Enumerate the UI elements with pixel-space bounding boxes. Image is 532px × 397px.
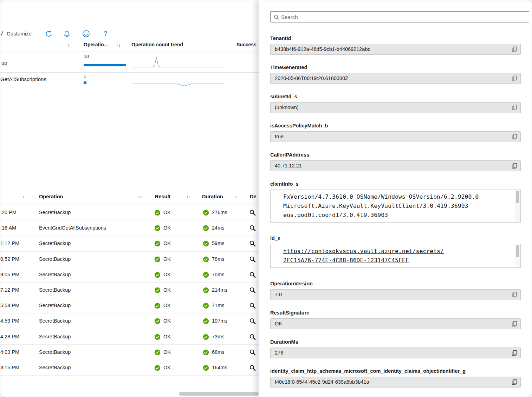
search-box[interactable] (270, 11, 529, 22)
field-value-box: 40.71.12.21 (270, 160, 521, 171)
sort-toggle[interactable]: ↑↓ (117, 43, 120, 48)
duration-ok-icon (203, 287, 209, 293)
row-duration-label: 73ms (212, 334, 224, 339)
row-time: :20 PM (0, 210, 17, 215)
copy-icon[interactable] (512, 163, 518, 169)
details-magnifier-icon[interactable] (249, 256, 256, 264)
field-value-box: (unknown) (270, 102, 521, 113)
sort-toggle[interactable]: ↑↓ (234, 194, 238, 199)
field-value-box: 2020-05-06T00:19:20.6180000Z (270, 73, 521, 84)
header-divider (0, 52, 259, 52)
field-value-box: b438b4f6-912a-46d5-9cb1-b44069212abc (270, 44, 521, 55)
copy-icon[interactable] (512, 292, 518, 298)
details-magnifier-icon[interactable] (249, 271, 256, 280)
trend-sparkline (133, 55, 225, 70)
summary-row-operation[interactable]: GetAllSubscriptions (0, 76, 46, 82)
col-result[interactable]: Result (155, 194, 170, 199)
detail-field: TimeGenerated 2020-05-06T00:19:20.618000… (270, 64, 521, 84)
row-time: 4:28 PM (0, 334, 19, 339)
scrollbar-thumb[interactable] (516, 245, 519, 257)
field-value: OK (275, 321, 282, 326)
col-details[interactable]: De (250, 194, 257, 199)
duration-ok-icon (203, 365, 209, 371)
scrollbar-thumb[interactable] (516, 191, 519, 203)
horizontal-scrollbar-thumb[interactable] (179, 392, 259, 396)
result-ok-icon (154, 303, 161, 309)
table-row[interactable]: :16 AM EventGridGetAllSubscriptions OK 2… (0, 220, 259, 236)
field-value: 7.0 (275, 292, 282, 297)
col-operation[interactable]: Operation (39, 194, 63, 199)
copy-icon[interactable] (512, 350, 518, 356)
refresh-icon[interactable] (45, 30, 52, 38)
table-row[interactable]: 5:54 PM SecretBackup OK 71ms (0, 298, 259, 313)
row-operation: SecretBackup (39, 365, 71, 370)
table-row[interactable]: 3:15 PM SecretBackup OK 164ms (0, 360, 259, 376)
field-value-box: true (270, 131, 521, 142)
help-icon[interactable]: ? (102, 30, 109, 38)
table-row[interactable]: :20 PM SecretBackup OK 276ms (0, 205, 259, 220)
copy-icon[interactable] (512, 321, 518, 327)
row-result-label: OK (163, 256, 171, 262)
duration-ok-icon (203, 272, 209, 278)
copy-icon[interactable] (512, 134, 518, 140)
field-label: id_s (270, 235, 521, 242)
detail-field: id_s https://contosokvscus.vault.azure.n… (270, 235, 521, 268)
copy-icon[interactable] (512, 75, 518, 82)
col-operation-count-trend[interactable]: Operation count trend (131, 42, 183, 47)
scrollbar[interactable] (515, 190, 520, 222)
copy-icon[interactable] (512, 46, 518, 53)
sort-toggle[interactable]: ↑↓ (67, 43, 71, 48)
row-duration-label: 59ms (212, 240, 224, 246)
details-magnifier-icon[interactable] (249, 240, 256, 249)
field-label: CallerIPAddress (270, 151, 521, 158)
scrollbar[interactable] (515, 245, 520, 267)
summary-row-operation[interactable]: up (1, 60, 7, 66)
row-duration-label: 24ms (212, 225, 224, 231)
table-row[interactable]: 0:52 PM SecretBackup OK 78ms (0, 252, 259, 267)
field-label: subnetId_s (270, 93, 521, 100)
sort-toggle[interactable]: ↑↓ (22, 194, 26, 199)
duration-ok-icon (203, 210, 209, 216)
col-success[interactable]: Success (236, 42, 257, 47)
search-input[interactable] (281, 12, 527, 22)
result-ok-icon (154, 334, 161, 340)
feedback-smiley-icon[interactable] (82, 30, 90, 38)
copy-icon[interactable] (512, 379, 518, 385)
result-ok-icon (154, 240, 161, 247)
sort-toggle[interactable]: ↑↓ (186, 194, 190, 199)
details-magnifier-icon[interactable] (249, 364, 256, 373)
table-row[interactable]: 4:03 PM SecretBackup OK 68ms (0, 345, 259, 360)
sort-toggle[interactable]: ↑↓ (138, 194, 141, 199)
table-row[interactable]: 4:59 PM SecretBackup OK 107ms (0, 313, 259, 329)
details-magnifier-icon[interactable] (249, 209, 256, 218)
details-magnifier-icon[interactable] (249, 302, 256, 311)
col-duration[interactable]: Duration (202, 194, 223, 199)
detail-field: TenantId b438b4f6-912a-46d5-9cb1-b440692… (270, 35, 521, 55)
table-row[interactable]: 4:28 PM SecretBackup OK 73ms (0, 329, 259, 345)
field-value: 2020-05-06T00:19:20.6180000Z (275, 75, 348, 81)
details-magnifier-icon[interactable] (249, 225, 256, 233)
copy-icon[interactable] (512, 105, 518, 111)
alert-bell-icon[interactable] (63, 30, 71, 38)
row-duration-label: 276ms (212, 210, 227, 215)
table-top-divider (0, 183, 259, 183)
details-magnifier-icon[interactable] (249, 287, 256, 295)
details-magnifier-icon[interactable] (249, 333, 256, 342)
app-window: Customize ? ↑↓ Operatio... ↑↓ (0, 0, 532, 397)
table-row[interactable]: 7:12 PM SecretBackup OK 214ms (0, 283, 259, 298)
col-operation-truncated[interactable]: Operatio... (84, 42, 108, 47)
field-value-box: 276 (270, 348, 521, 358)
count-bar (84, 64, 126, 66)
row-duration-label: 214ms (212, 287, 227, 293)
details-magnifier-icon[interactable] (249, 318, 256, 326)
details-magnifier-icon[interactable] (249, 349, 256, 357)
table-row[interactable]: 1:12 PM SecretBackup OK 59ms (0, 236, 259, 251)
field-label: identity_claim_http_schemas_microsoft_co… (270, 368, 521, 375)
field-label: clientInfo_s (270, 180, 521, 187)
customize-button[interactable]: Customize (7, 31, 32, 37)
detail-field: subnetId_s (unknown) (270, 93, 521, 113)
table-row[interactable]: 9:05 PM SecretBackup OK 70ms (0, 267, 259, 283)
row-time: 5:54 PM (0, 303, 19, 308)
detail-field: OperationVersion 7.0 (270, 280, 521, 300)
row-operation: SecretBackup (39, 334, 71, 339)
